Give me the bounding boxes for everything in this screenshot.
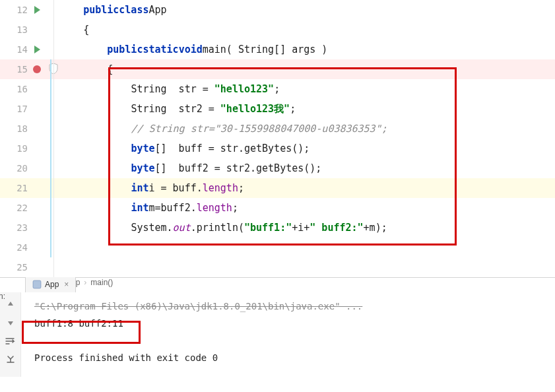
code-content[interactable]: public static void main( String[] args ) — [54, 40, 555, 59]
down-icon[interactable] — [4, 316, 17, 329]
panel-label: n: — [0, 292, 5, 301]
code-line[interactable]: 16 String str = "hello123"; — [0, 79, 555, 99]
line-number: 24 — [12, 242, 28, 253]
fold-bar[interactable] — [48, 20, 54, 40]
code-line[interactable]: 19 byte[] buff = str.getBytes(); — [0, 139, 555, 158]
fold-bar[interactable] — [48, 139, 54, 158]
gutter[interactable]: 22 — [0, 203, 48, 213]
gutter[interactable]: 15 — [0, 64, 48, 75]
gutter[interactable]: 17 — [0, 104, 48, 114]
gutter[interactable]: 18 — [0, 123, 48, 134]
run-tab-app[interactable]: App × — [25, 275, 76, 292]
code-content[interactable] — [54, 238, 555, 257]
code-content[interactable]: // String str="30-1559988047000-u0383635… — [54, 119, 555, 139]
code-line[interactable]: 13 { — [0, 20, 555, 40]
line-number: 21 — [12, 183, 28, 193]
fold-bar[interactable] — [48, 40, 54, 59]
gutter[interactable]: 19 — [0, 143, 48, 154]
fold-bar[interactable] — [48, 238, 54, 257]
line-number: 20 — [12, 163, 28, 174]
fold-bar[interactable] — [48, 99, 54, 119]
code-content[interactable]: byte[] buff = str.getBytes(); — [54, 139, 555, 158]
code-content[interactable]: String str = "hello123"; — [54, 79, 555, 99]
console-stdout: buff1:8 buff2:11 — [34, 315, 542, 332]
fold-bar[interactable] — [48, 79, 54, 99]
code-content[interactable]: { — [54, 20, 555, 40]
code-line[interactable]: 14 public static void main( String[] arg… — [0, 40, 555, 59]
code-content[interactable]: int m=buff2.length; — [54, 198, 555, 218]
console-exit-line: Process finished with exit code 0 — [34, 349, 542, 366]
code-editor[interactable]: 12 public class App13 {14 public static … — [0, 0, 555, 277]
fold-bar[interactable] — [48, 257, 54, 277]
breakpoint-icon[interactable] — [32, 65, 42, 73]
fold-bar[interactable] — [48, 178, 54, 198]
tab-label: App — [45, 280, 59, 289]
gutter[interactable]: 20 — [0, 163, 48, 174]
gutter[interactable]: 14 — [0, 44, 48, 55]
svg-rect-0 — [33, 280, 41, 288]
breadcrumb-method[interactable]: main() — [90, 278, 113, 287]
breadcrumb[interactable]: App › main() — [0, 277, 555, 287]
fold-bar[interactable] — [48, 198, 54, 218]
line-number: 13 — [12, 24, 28, 35]
console-cmd-line: "C:\Program Files (x86)\Java\jdk1.8.0_20… — [34, 298, 542, 315]
gutter[interactable]: 24 — [0, 242, 48, 253]
code-line[interactable]: 17 String str2 = "hello123我"; — [0, 99, 555, 119]
line-number: 23 — [12, 222, 28, 233]
gutter[interactable]: 23 — [0, 222, 48, 233]
code-line[interactable]: 21 int i = buff.length; — [0, 178, 555, 198]
code-content[interactable]: System.out.println("buff1:"+i+" buff2:"+… — [54, 218, 555, 238]
soft-wrap-icon[interactable] — [4, 335, 17, 348]
gutter[interactable]: 21 — [0, 183, 48, 193]
code-content[interactable]: public class App — [54, 0, 555, 20]
line-number: 19 — [12, 143, 28, 154]
chevron-right-icon: › — [84, 278, 86, 287]
run-icon[interactable] — [32, 6, 42, 14]
line-number: 15 — [12, 64, 28, 75]
fold-bar[interactable] — [48, 218, 54, 238]
code-content[interactable]: int i = buff.length; — [54, 178, 555, 198]
run-icon[interactable] — [32, 46, 42, 53]
code-line[interactable]: 24 — [0, 238, 555, 257]
code-content[interactable]: String str2 = "hello123我"; — [54, 99, 555, 119]
gutter[interactable]: 16 — [0, 84, 48, 94]
line-number: 17 — [12, 104, 28, 114]
line-number: 25 — [12, 262, 28, 273]
code-line[interactable]: 18 // String str="30-1559988047000-u0383… — [0, 119, 555, 139]
code-content[interactable]: { — [54, 59, 555, 79]
console-output[interactable]: "C:\Program Files (x86)\Java\jdk1.8.0_20… — [21, 292, 555, 377]
close-icon[interactable]: × — [64, 280, 69, 289]
fold-bar[interactable] — [48, 158, 54, 178]
line-number: 12 — [12, 5, 28, 15]
code-line[interactable]: 23 System.out.println("buff1:"+i+" buff2… — [0, 218, 555, 238]
up-icon[interactable] — [4, 298, 17, 311]
gutter[interactable]: 13 — [0, 24, 48, 35]
line-number: 18 — [12, 123, 28, 134]
app-icon — [32, 280, 42, 289]
code-line[interactable]: 12 public class App — [0, 0, 555, 20]
code-line[interactable]: 15 { — [0, 59, 555, 79]
console-toolbar — [0, 292, 21, 377]
scroll-to-end-icon[interactable] — [4, 353, 17, 366]
code-line[interactable]: 22 int m=buff2.length; — [0, 198, 555, 218]
fold-bar[interactable] — [48, 119, 54, 139]
line-number: 22 — [12, 203, 28, 213]
line-number: 14 — [12, 44, 28, 55]
gutter[interactable]: 12 — [0, 5, 48, 15]
code-content[interactable] — [54, 257, 555, 277]
line-number: 16 — [12, 84, 28, 94]
fold-bar[interactable] — [48, 59, 54, 79]
code-content[interactable]: byte[] buff2 = str2.getBytes(); — [54, 158, 555, 178]
code-line[interactable]: 20 byte[] buff2 = str2.getBytes(); — [0, 158, 555, 178]
code-line[interactable]: 25 — [0, 257, 555, 277]
fold-bar[interactable] — [48, 0, 54, 20]
gutter[interactable]: 25 — [0, 262, 48, 273]
